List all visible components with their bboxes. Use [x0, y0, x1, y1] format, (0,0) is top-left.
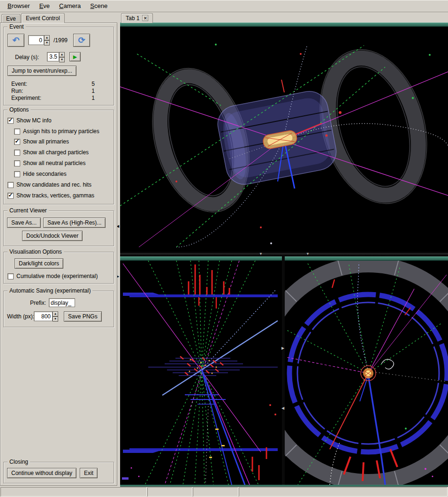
front-view-event-graphic: [285, 261, 448, 485]
checkbox-cumulative-mode[interactable]: ✓ Cumulative mode (experimental): [8, 272, 98, 280]
run-info-value: 1: [91, 88, 95, 94]
delay-spinner: ▲ ▼: [47, 52, 65, 62]
checkbox-box[interactable]: ✓: [14, 139, 20, 145]
side-view-event-graphic: [120, 261, 282, 485]
delay-field[interactable]: [47, 52, 59, 61]
checkbox-assign-hits[interactable]: ✓ Assign hits to primary particles: [14, 128, 99, 135]
check-icon: ✓: [8, 117, 13, 123]
checkbox-box[interactable]: ✓: [14, 150, 20, 156]
splitter-left-icon[interactable]: ◀: [281, 407, 284, 410]
horizontal-splitter[interactable]: ▼ ▼: [120, 252, 448, 256]
automatic-saving-title: Automatic Saving (experimental): [8, 287, 92, 294]
spin-up-icon[interactable]: ▲: [53, 311, 58, 316]
experiment-info-value: 1: [91, 95, 95, 101]
checkbox-show-tracks[interactable]: ✓ Show tracks, vertices, gammas: [8, 192, 94, 199]
menu-scene[interactable]: Scene: [85, 0, 112, 11]
experiment-info-label: Experiment:: [11, 95, 41, 101]
main-viewer-header-bar[interactable]: [120, 23, 448, 27]
close-icon[interactable]: ✕: [142, 15, 148, 21]
checkbox-label: Assign hits to primary particles: [23, 128, 99, 135]
check-icon: ✓: [15, 138, 19, 144]
spin-down-icon[interactable]: ▼: [53, 316, 58, 322]
event-control-panel: Event ↶ ▲ ▼ /1999 ⟳ Delay (s): ▲ ▼ ▶ Jum…: [0, 23, 117, 486]
spin-up-icon[interactable]: ▲: [59, 52, 65, 57]
current-viewer-title: Current Viewer: [8, 207, 49, 214]
current-viewer-group: Current Viewer Save As... Save As (High-…: [3, 211, 114, 246]
save-as-hires-button[interactable]: Save As (High-Res)...: [43, 218, 106, 228]
tab-event-control[interactable]: Event Control: [21, 13, 65, 23]
checkbox-label: Hide secondaries: [23, 171, 67, 177]
menu-browser[interactable]: Browser: [3, 0, 35, 11]
experiment-info-row: Experiment: 1: [11, 95, 95, 101]
checkbox-show-neutral[interactable]: ✓ Show all neutral particles: [14, 159, 85, 167]
spin-up-icon[interactable]: ▲: [44, 35, 50, 40]
checkbox-show-all-primaries[interactable]: ✓ Show all primaries: [14, 138, 69, 145]
exit-button[interactable]: Exit: [80, 468, 98, 478]
spin-down-icon[interactable]: ▼: [44, 40, 50, 45]
panel-viewer-splitter[interactable]: ◀ ▶: [117, 23, 120, 487]
width-px-label: Width (px):: [7, 313, 34, 320]
tab-eve[interactable]: Eve: [1, 14, 21, 23]
menu-bar: Browser Eve Camera Scene: [0, 0, 448, 12]
main-3d-viewer[interactable]: [120, 27, 448, 252]
menu-camera[interactable]: Camera: [54, 0, 85, 11]
event-number-field[interactable]: [28, 35, 44, 45]
splitter-down-icon[interactable]: ▼: [306, 252, 310, 256]
width-spinner: ▲ ▼: [34, 311, 58, 322]
visualisation-options-group: Visualisation Options Dark/light colors …: [3, 252, 114, 284]
splitter-down-icon[interactable]: ▼: [259, 252, 263, 256]
event-info-value: 5: [91, 81, 95, 87]
delay-label: Delay (s):: [15, 54, 39, 60]
event-number-spinner: ▲ ▼: [28, 35, 50, 45]
checkbox-show-charged[interactable]: ✓ Show all charged particles: [14, 149, 89, 156]
checkbox-box[interactable]: ✓: [14, 171, 20, 177]
checkbox-box[interactable]: ✓: [14, 128, 20, 135]
dock-undock-button[interactable]: Dock/Undock Viewer: [22, 231, 83, 241]
prefix-field[interactable]: [49, 298, 75, 307]
event-info-label: Event:: [11, 81, 27, 87]
checkbox-label: Show all charged particles: [23, 149, 89, 156]
closing-group: Closing Continue without display Exit: [3, 462, 114, 483]
front-view-viewer[interactable]: [285, 261, 448, 485]
splitter-right-icon[interactable]: ▶: [281, 346, 284, 350]
checkbox-hide-secondaries[interactable]: ✓ Hide secondaries: [14, 170, 67, 178]
next-event-icon: ⟳: [78, 36, 85, 45]
event-info-row: Event: 5: [11, 81, 95, 87]
tab-row: Eve Event Control Tab 1✕: [0, 12, 448, 23]
side-viewer-header-bar[interactable]: [120, 256, 282, 261]
checkbox-show-candidates[interactable]: ✓ Show candidates and rec. hits: [8, 181, 91, 188]
visualisation-options-title: Visualisation Options: [8, 248, 64, 255]
event-total-label: /1999: [53, 37, 68, 44]
jump-to-event-button[interactable]: Jump to event/run/exp...: [8, 66, 76, 76]
checkbox-label: Show candidates and rec. hits: [16, 181, 91, 188]
tab1-label: Tab 1: [126, 15, 139, 22]
front-viewer-header-bar[interactable]: [285, 256, 448, 261]
options-group-title: Options: [8, 106, 30, 113]
tab-viewer-tab1[interactable]: Tab 1✕: [121, 13, 153, 23]
checkbox-box[interactable]: ✓: [8, 193, 14, 199]
play-button[interactable]: ▶: [69, 52, 81, 61]
save-as-button[interactable]: Save As...: [7, 218, 41, 228]
options-group: Options ✓ Show MC info ✓ Assign hits to …: [3, 110, 114, 204]
next-event-button[interactable]: ⟳: [73, 34, 90, 47]
check-icon: ✓: [8, 192, 13, 198]
checkbox-label: Show tracks, vertices, gammas: [16, 192, 94, 199]
checkbox-label: Cumulative mode (experimental): [16, 273, 98, 279]
save-pngs-button[interactable]: Save PNGs: [64, 311, 102, 322]
checkbox-box[interactable]: ✓: [8, 182, 14, 188]
checkbox-box[interactable]: ✓: [8, 118, 14, 124]
prev-event-button[interactable]: ↶: [8, 34, 24, 47]
menu-eve[interactable]: Eve: [35, 0, 54, 11]
play-icon: ▶: [73, 54, 77, 60]
dark-light-colors-button[interactable]: Dark/light colors: [15, 258, 63, 269]
status-cell: [147, 487, 192, 497]
continue-without-display-button[interactable]: Continue without display: [7, 468, 76, 478]
closing-group-title: Closing: [8, 459, 30, 465]
width-field[interactable]: [34, 311, 53, 321]
checkbox-box[interactable]: ✓: [8, 273, 14, 279]
checkbox-show-mc-info[interactable]: ✓ Show MC info: [8, 117, 52, 124]
side-view-viewer[interactable]: [120, 261, 282, 485]
checkbox-box[interactable]: ✓: [14, 160, 20, 166]
automatic-saving-group: Automatic Saving (experimental) Prefix: …: [3, 291, 114, 327]
spin-down-icon[interactable]: ▼: [59, 57, 65, 62]
